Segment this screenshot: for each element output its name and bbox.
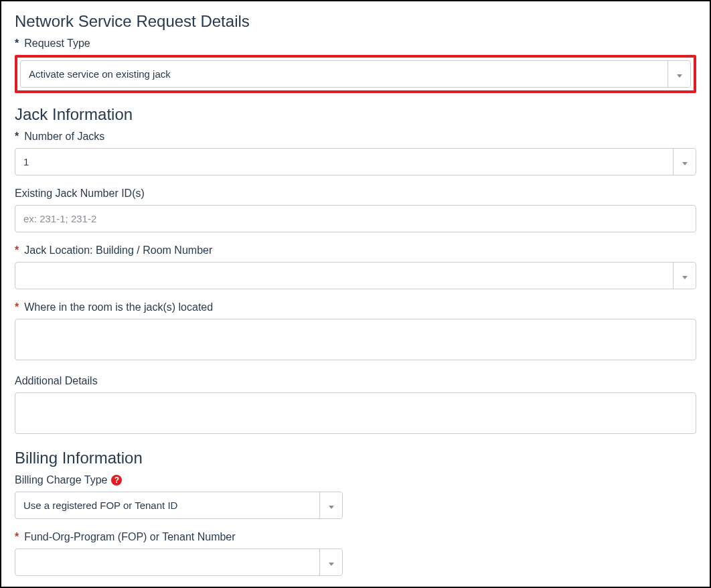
label-num-jacks-text: Number of Jacks: [24, 131, 104, 143]
select-jack-location-value: [15, 263, 673, 289]
label-existing-jack-ids-text: Existing Jack Number ID(s): [15, 188, 145, 200]
field-where-in-room: * Where in the room is the jack(s) locat…: [15, 301, 696, 363]
label-jack-location: * Jack Location: Building / Room Number: [15, 244, 696, 256]
textarea-where-in-room[interactable]: [15, 319, 696, 360]
select-billing-charge-type-value: Use a registered FOP or Tenant ID: [15, 492, 319, 518]
chevron-down-icon: [329, 500, 334, 512]
label-billing-charge-type: Billing Charge Type ?: [15, 474, 696, 486]
select-request-type-value: Activate service on existing jack: [21, 61, 667, 87]
chevron-down-icon: [682, 156, 688, 168]
caret-billing-charge-type[interactable]: [319, 492, 342, 518]
label-where-in-room-text: Where in the room is the jack(s) located: [24, 301, 213, 313]
chevron-down-icon: [677, 68, 682, 80]
label-existing-jack-ids: Existing Jack Number ID(s): [15, 188, 696, 200]
label-fop-tenant: * Fund-Org-Program (FOP) or Tenant Numbe…: [15, 531, 696, 543]
field-request-type: * Request Type Activate service on exist…: [15, 38, 696, 93]
required-marker: *: [15, 244, 19, 256]
required-marker: *: [15, 38, 19, 50]
required-marker: *: [15, 131, 19, 143]
select-jack-location[interactable]: [15, 262, 696, 289]
highlight-request-type: Activate service on existing jack: [15, 55, 696, 93]
section-heading-billing: Billing Information: [15, 449, 696, 467]
section-heading-network-details: Network Service Request Details: [15, 12, 696, 31]
field-num-jacks: * Number of Jacks 1: [15, 131, 696, 175]
select-num-jacks[interactable]: 1: [15, 148, 696, 175]
select-num-jacks-value: 1: [15, 149, 673, 175]
required-marker: *: [15, 531, 19, 543]
input-existing-jack-ids[interactable]: [15, 205, 696, 232]
caret-num-jacks[interactable]: [673, 149, 696, 175]
select-billing-charge-type[interactable]: Use a registered FOP or Tenant ID: [15, 492, 343, 519]
select-request-type[interactable]: Activate service on existing jack: [20, 60, 691, 88]
field-fop-tenant: * Fund-Org-Program (FOP) or Tenant Numbe…: [15, 531, 696, 576]
label-additional-details-text: Additional Details: [15, 375, 98, 387]
label-billing-charge-type-text: Billing Charge Type: [15, 474, 107, 486]
caret-request-type[interactable]: [667, 61, 690, 87]
textarea-additional-details[interactable]: [15, 392, 696, 434]
label-request-type-text: Request Type: [24, 38, 90, 50]
label-request-type: * Request Type: [15, 38, 696, 50]
field-additional-details: Additional Details: [15, 375, 696, 437]
label-num-jacks: * Number of Jacks: [15, 131, 696, 143]
select-fop-tenant[interactable]: [15, 548, 343, 576]
label-where-in-room: * Where in the room is the jack(s) locat…: [15, 301, 696, 313]
chevron-down-icon: [682, 270, 688, 282]
help-icon[interactable]: ?: [111, 475, 122, 486]
select-fop-tenant-value: [15, 549, 319, 575]
field-existing-jack-ids: Existing Jack Number ID(s): [15, 188, 696, 232]
label-jack-location-text: Jack Location: Building / Room Number: [24, 244, 212, 256]
section-heading-jack-info: Jack Information: [15, 105, 696, 124]
chevron-down-icon: [329, 557, 334, 569]
caret-jack-location[interactable]: [673, 263, 696, 289]
label-additional-details: Additional Details: [15, 375, 696, 387]
required-marker: *: [15, 301, 19, 313]
form-container: Network Service Request Details * Reques…: [0, 0, 711, 588]
caret-fop-tenant[interactable]: [319, 549, 342, 575]
field-billing-charge-type: Billing Charge Type ? Use a registered F…: [15, 474, 696, 519]
field-jack-location: * Jack Location: Building / Room Number: [15, 244, 696, 289]
label-fop-tenant-text: Fund-Org-Program (FOP) or Tenant Number: [24, 531, 235, 543]
